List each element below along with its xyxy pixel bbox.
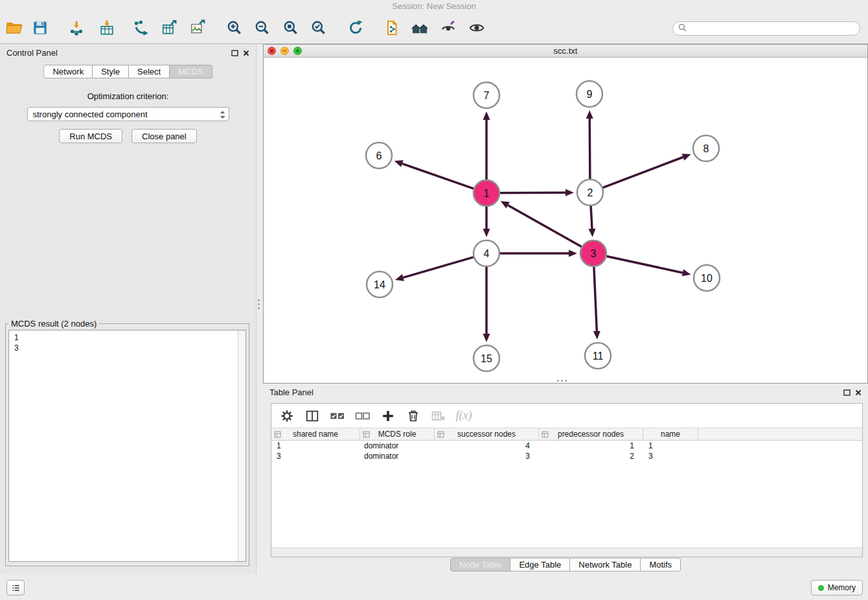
clone-network-icon[interactable]	[381, 17, 403, 39]
run-mcds-button[interactable]: Run MCDS	[59, 129, 122, 143]
cell-predecessor-nodes[interactable]: 2	[539, 451, 643, 461]
graph-node-2[interactable]: 2	[577, 179, 603, 205]
close-panel-button[interactable]: Close panel	[131, 129, 197, 143]
column-header-mcds-role[interactable]: MCDS role	[360, 428, 435, 440]
graph-edge-4-14[interactable]	[395, 257, 474, 281]
graph-node-9[interactable]: 9	[577, 81, 602, 107]
zoom-fit-icon[interactable]	[280, 17, 302, 39]
graph-edge-1-7[interactable]	[483, 111, 490, 179]
memory-status-dot	[818, 585, 824, 591]
open-file-icon[interactable]	[3, 17, 25, 39]
save-session-icon[interactable]	[29, 17, 51, 39]
delete-table-icon[interactable]	[431, 408, 446, 424]
cell-name[interactable]: 3	[643, 451, 698, 461]
graph-node-15[interactable]: 15	[474, 345, 499, 371]
vertical-splitter-grip[interactable]	[258, 299, 260, 309]
show-hide-details-icon[interactable]	[466, 17, 488, 39]
graph-edge-3-10[interactable]	[607, 256, 691, 276]
cell-shared-name[interactable]: 3	[271, 451, 360, 461]
horizontal-splitter-grip[interactable]	[557, 380, 567, 382]
import-table-icon[interactable]	[96, 17, 118, 39]
cell-successor-nodes[interactable]: 4	[435, 441, 539, 451]
export-table-icon[interactable]	[158, 17, 180, 39]
mcds-result-list[interactable]: 1 3	[8, 330, 246, 562]
table-row[interactable]: 1 dominator 4 1 1	[271, 441, 862, 451]
first-neighbors-icon[interactable]	[409, 17, 431, 39]
tab-node-table[interactable]: Node Table	[450, 558, 511, 571]
float-panel-icon[interactable]	[230, 49, 239, 57]
horizontal-scrollbar[interactable]	[271, 548, 862, 557]
graph-node-7[interactable]: 7	[474, 82, 499, 108]
result-scrollbar[interactable]	[238, 330, 246, 561]
close-window-icon[interactable]	[268, 47, 276, 55]
criterion-select[interactable]: strongly connected component	[27, 107, 229, 121]
tab-network-table[interactable]: Network Table	[570, 558, 641, 571]
graph-edge-3-11[interactable]	[593, 267, 600, 340]
graph-node-6[interactable]: 6	[366, 143, 392, 168]
refresh-view-icon[interactable]	[345, 17, 367, 39]
search-box[interactable]	[672, 21, 860, 36]
graph-edge-3-1[interactable]	[501, 201, 582, 246]
tab-select[interactable]: Select	[129, 65, 170, 78]
graph-node-1[interactable]: 1	[474, 180, 499, 206]
graph-edge-1-2[interactable]	[500, 189, 574, 196]
network-window-titlebar[interactable]: scc.txt	[264, 45, 867, 58]
network-canvas[interactable]: 7968124314101511	[264, 58, 867, 383]
column-header-predecessor-nodes[interactable]: predecessor nodes	[539, 428, 643, 440]
memory-button[interactable]: Memory	[811, 580, 863, 595]
graph-edge-4-15[interactable]	[483, 267, 490, 342]
network-graph[interactable]: 7968124314101511	[264, 58, 867, 383]
cell-successor-nodes[interactable]: 3	[435, 451, 539, 461]
tab-edge-table[interactable]: Edge Table	[510, 558, 570, 571]
add-column-icon[interactable]	[380, 408, 396, 424]
search-input[interactable]	[690, 24, 860, 34]
float-table-panel-icon[interactable]	[842, 389, 851, 397]
cell-shared-name[interactable]: 1	[271, 441, 360, 451]
graph-edge-1-4[interactable]	[483, 207, 490, 237]
cell-mcds-role[interactable]: dominator	[360, 441, 435, 451]
graph-node-10[interactable]: 10	[694, 265, 720, 291]
graph-node-14[interactable]: 14	[367, 271, 393, 297]
table-row[interactable]: 3 dominator 3 2 3	[271, 451, 862, 461]
cell-predecessor-nodes[interactable]: 1	[539, 441, 643, 451]
zoom-in-icon[interactable]	[223, 17, 246, 39]
graph-node-4[interactable]: 4	[474, 240, 499, 266]
graph-node-3[interactable]: 3	[580, 240, 606, 266]
window-title: Session: New Session	[392, 1, 475, 11]
function-builder-icon[interactable]: f(x)	[456, 408, 472, 424]
graph-edge-1-6[interactable]	[394, 160, 474, 189]
graph-edge-2-9[interactable]	[586, 110, 593, 179]
graph-node-11[interactable]: 11	[585, 343, 611, 369]
column-header-name[interactable]: name	[643, 428, 698, 440]
network-from-selection-icon[interactable]	[130, 17, 152, 39]
show-panel-list-icon[interactable]	[6, 580, 25, 595]
tab-style[interactable]: Style	[93, 65, 129, 78]
graphics-details-icon[interactable]	[437, 17, 459, 39]
deselect-all-columns-icon[interactable]	[355, 408, 371, 424]
import-network-icon[interactable]	[65, 17, 87, 39]
tab-motifs[interactable]: Motifs	[641, 558, 681, 571]
close-panel-icon[interactable]	[242, 49, 251, 57]
result-item: 3	[9, 343, 246, 353]
zoom-window-icon[interactable]	[293, 47, 302, 55]
minimize-window-icon[interactable]	[280, 47, 289, 55]
close-table-panel-icon[interactable]	[854, 389, 863, 397]
tab-network[interactable]: Network	[43, 65, 93, 78]
cell-mcds-role[interactable]: dominator	[360, 451, 435, 461]
split-view-icon[interactable]	[304, 408, 320, 424]
zoom-selected-icon[interactable]	[308, 17, 330, 39]
table-settings-gear-icon[interactable]	[279, 408, 295, 424]
graph-edge-2-3[interactable]	[588, 206, 595, 237]
column-header-shared-name[interactable]: shared name	[271, 428, 360, 440]
control-panel-title: Control Panel	[6, 48, 58, 58]
graph-edge-4-3[interactable]	[500, 250, 577, 257]
graph-node-8[interactable]: 8	[693, 135, 719, 161]
select-all-columns-icon[interactable]	[330, 408, 345, 424]
column-header-successor-nodes[interactable]: successor nodes	[435, 428, 539, 440]
delete-column-icon[interactable]	[405, 408, 421, 424]
tab-mcds[interactable]: MCDS	[170, 65, 212, 78]
graph-edge-2-8[interactable]	[603, 154, 691, 187]
cell-name[interactable]: 1	[643, 441, 698, 451]
export-image-icon[interactable]	[187, 17, 209, 39]
zoom-out-icon[interactable]	[251, 17, 273, 39]
